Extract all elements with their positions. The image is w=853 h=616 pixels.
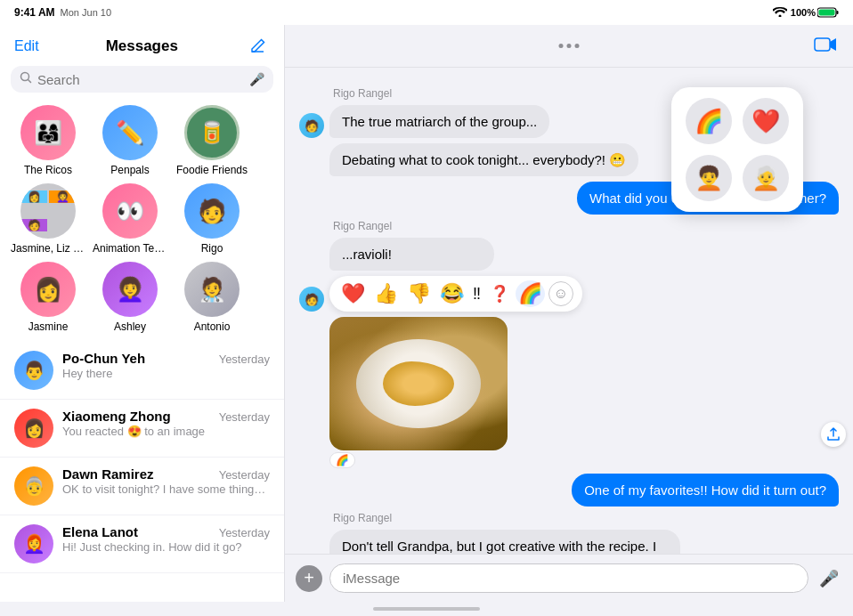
emoji-popup-person2[interactable]: 🧑‍🦳 bbox=[743, 155, 789, 201]
mic-search-icon[interactable]: 🎤 bbox=[249, 72, 264, 86]
chat-input-bar: + 🎤 bbox=[285, 554, 853, 602]
conv-top: Xiaomeng Zhong Yesterday bbox=[62, 409, 270, 424]
reaction-add-emoji[interactable]: ☺ bbox=[548, 281, 573, 306]
sidebar-title: Messages bbox=[39, 37, 245, 55]
message-bubble: One of my favorites!! How did it turn ou… bbox=[572, 474, 839, 507]
add-attachments-button[interactable]: + bbox=[296, 565, 322, 592]
status-bar-left: 9:41 AM Mon Jun 10 bbox=[14, 6, 111, 19]
conv-item-pochun[interactable]: 👨 Po-Chun Yeh Yesterday Hey there bbox=[0, 342, 284, 400]
home-indicator bbox=[0, 602, 853, 616]
pinned-name: The Ricos bbox=[11, 164, 85, 176]
reaction-thumbsup[interactable]: 👍 bbox=[371, 280, 401, 307]
reaction-haha[interactable]: 😂 bbox=[437, 280, 467, 307]
conv-info: Elena Lanot Yesterday Hi! Just checking … bbox=[62, 524, 270, 554]
conv-avatar: 👩 bbox=[14, 409, 53, 448]
svg-rect-4 bbox=[815, 38, 830, 51]
conv-avatar: 👵 bbox=[14, 466, 53, 506]
pinned-contact-jasmine[interactable]: 👩 Jasmine bbox=[11, 262, 85, 333]
message-bubble: Debating what to cook tonight... everybo… bbox=[329, 143, 638, 176]
search-input[interactable] bbox=[37, 72, 244, 87]
pinned-name: Jasmine, Liz & Rigo bbox=[11, 242, 85, 255]
conv-time: Yesterday bbox=[219, 410, 270, 424]
reaction-thumbsdown[interactable]: 👎 bbox=[404, 280, 434, 307]
pinned-contact-foodie[interactable]: 🥫 Foodie Friends bbox=[175, 105, 249, 176]
conv-name: Xiaomeng Zhong bbox=[62, 409, 171, 424]
message-bubble: ...ravioli! bbox=[329, 238, 494, 271]
pinned-avatar: 👀 bbox=[102, 183, 158, 239]
message-row-6: One of my favorites!! How did it turn ou… bbox=[299, 474, 839, 507]
pinned-name: Foodie Friends bbox=[175, 164, 249, 176]
reaction-bar: ❤️ 👍 👎 😂 ‼️ ❓ 🌈 ☺ bbox=[329, 276, 582, 312]
pinned-name: Rigo bbox=[175, 242, 249, 255]
home-bar bbox=[373, 607, 480, 611]
chat-messages: 🌈 ❤️ 🧑‍🦱 🧑‍🦳 Rigo Rangel 🧑 The true matr… bbox=[285, 68, 853, 554]
conv-time: Yesterday bbox=[219, 353, 270, 366]
reaction-heart[interactable]: ❤️ bbox=[338, 280, 368, 307]
reaction-question[interactable]: ❓ bbox=[487, 282, 512, 305]
pinned-contact-antonio[interactable]: 🧑‍⚕️ Antonio bbox=[175, 262, 249, 333]
pinned-name: Penpals bbox=[93, 164, 167, 176]
dot bbox=[559, 44, 564, 48]
pinned-avatar: 🥫 bbox=[184, 105, 240, 160]
pinned-name: Antonio bbox=[175, 320, 249, 333]
chat-area: 🌈 ❤️ 🧑‍🦱 🧑‍🦳 Rigo Rangel 🧑 The true matr… bbox=[285, 25, 853, 602]
dot bbox=[575, 44, 580, 48]
reaction-tag[interactable]: 🌈 bbox=[329, 452, 355, 468]
app-container: Edit Messages 🎤 bbox=[0, 25, 853, 602]
message-bubble: The true matriarch of the group... bbox=[329, 105, 549, 138]
video-call-button[interactable] bbox=[814, 36, 839, 57]
pinned-name: Animation Team bbox=[93, 242, 167, 255]
conv-preview: Hi! Just checking in. How did it go? bbox=[62, 540, 270, 554]
search-bar[interactable]: 🎤 bbox=[11, 66, 273, 93]
conv-avatar: 👩‍🦰 bbox=[14, 524, 53, 563]
pinned-contact-jasmine-liz[interactable]: 👩 👩‍🦱 🧑 Jasmine, Liz & Rigo bbox=[11, 183, 85, 255]
pinned-avatar: ✏️ bbox=[102, 105, 158, 160]
conv-preview: Hey there bbox=[62, 367, 270, 380]
emoji-reaction-popup: 🌈 ❤️ 🧑‍🦱 🧑‍🦳 bbox=[671, 87, 803, 212]
conv-preview: You reacted 😍 to an image bbox=[62, 425, 270, 438]
compose-button[interactable] bbox=[245, 34, 270, 59]
msg-avatar: 🧑 bbox=[299, 287, 324, 312]
status-day: Mon Jun 10 bbox=[61, 7, 111, 18]
share-button[interactable] bbox=[821, 422, 846, 447]
message-input[interactable] bbox=[329, 563, 808, 593]
reaction-exclaim[interactable]: ‼️ bbox=[470, 283, 483, 305]
svg-rect-1 bbox=[836, 11, 838, 14]
edit-button[interactable]: Edit bbox=[14, 38, 39, 54]
emoji-popup-heart[interactable]: ❤️ bbox=[743, 98, 789, 144]
message-row-4: 🧑 ...ravioli! ❤️ 👍 👎 😂 ‼️ ❓ 🌈 ☺ bbox=[299, 238, 839, 312]
pinned-avatar: 👩 bbox=[20, 262, 76, 317]
message-row-5 bbox=[329, 317, 839, 450]
conv-item-dawn[interactable]: 👵 Dawn Ramirez Yesterday OK to visit ton… bbox=[0, 458, 284, 515]
conv-preview: OK to visit tonight? I have some things … bbox=[62, 482, 270, 496]
dictation-button[interactable]: 🎤 bbox=[816, 565, 842, 592]
plate-visual bbox=[356, 339, 481, 428]
status-time: 9:41 AM bbox=[14, 6, 55, 19]
status-bar: 9:41 AM Mon Jun 10 100% bbox=[0, 0, 853, 25]
conv-name: Dawn Ramirez bbox=[62, 466, 154, 482]
message-bubble: Don't tell Grandpa, but I got creative w… bbox=[329, 530, 680, 554]
reaction-rainbow[interactable]: 🌈 bbox=[516, 280, 545, 307]
conv-time: Yesterday bbox=[219, 526, 270, 539]
image-inner bbox=[329, 317, 508, 450]
chat-header bbox=[285, 25, 853, 68]
conv-info: Po-Chun Yeh Yesterday Hey there bbox=[62, 351, 270, 380]
pinned-contact-penpals[interactable]: ✏️ Penpals bbox=[93, 105, 167, 176]
conv-info: Xiaomeng Zhong Yesterday You reacted 😍 t… bbox=[62, 409, 270, 438]
dot bbox=[567, 44, 572, 48]
conv-item-xiaomeng[interactable]: 👩 Xiaomeng Zhong Yesterday You reacted 😍… bbox=[0, 400, 284, 458]
emoji-popup-person1[interactable]: 🧑‍🦱 bbox=[686, 155, 732, 201]
pinned-avatar: 👨‍👩‍👧 bbox=[20, 105, 76, 160]
food-item bbox=[383, 361, 454, 406]
status-bar-right: 100% bbox=[773, 6, 839, 19]
conv-item-elena[interactable]: 👩‍🦰 Elena Lanot Yesterday Hi! Just check… bbox=[0, 515, 284, 573]
pinned-contact-animation[interactable]: 👀 Animation Team bbox=[93, 183, 167, 255]
conv-top: Elena Lanot Yesterday bbox=[62, 524, 270, 539]
conv-time: Yesterday bbox=[219, 468, 270, 482]
pinned-contact-ricos[interactable]: 👨‍👩‍👧 The Ricos bbox=[11, 105, 85, 176]
msg-sender-label-3: Rigo Rangel bbox=[333, 512, 839, 524]
conversation-list: 👨 Po-Chun Yeh Yesterday Hey there 👩 Xiao… bbox=[0, 342, 284, 602]
pinned-contact-ashley[interactable]: 👩‍🦱 Ashley bbox=[93, 262, 167, 333]
pinned-contact-rigo[interactable]: 🧑 Rigo bbox=[175, 183, 249, 255]
emoji-popup-rainbow[interactable]: 🌈 bbox=[686, 98, 732, 144]
